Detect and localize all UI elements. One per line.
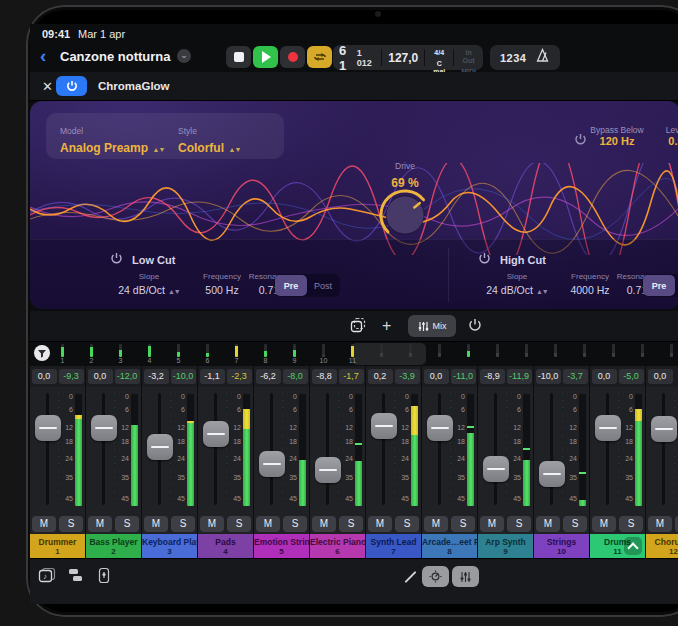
track-label[interactable]: Drummer 1 bbox=[30, 534, 85, 558]
solo-button[interactable]: S bbox=[283, 516, 307, 532]
drive-knob[interactable] bbox=[377, 187, 433, 247]
plugin-power-button[interactable] bbox=[56, 76, 87, 96]
fader-handle[interactable] bbox=[259, 451, 285, 477]
mute-button[interactable]: M bbox=[88, 516, 112, 532]
model-selector[interactable]: Model Analog Preamp ▲▼ bbox=[60, 120, 164, 156]
volume-value[interactable]: 0,2 bbox=[368, 369, 393, 384]
track-label[interactable]: Chorus V 12 bbox=[646, 534, 678, 558]
post-button[interactable]: Post bbox=[307, 275, 339, 296]
solo-button[interactable]: S bbox=[619, 516, 643, 532]
volume-value[interactable]: -3,2 bbox=[144, 369, 169, 384]
fader-handle[interactable] bbox=[91, 415, 117, 441]
cycle-button[interactable] bbox=[307, 46, 332, 68]
fader-track bbox=[494, 393, 497, 505]
mute-button[interactable]: M bbox=[312, 516, 336, 532]
peak-level-value: -12,0 bbox=[115, 369, 140, 384]
stop-button[interactable] bbox=[226, 46, 251, 68]
fader-handle[interactable] bbox=[483, 456, 509, 482]
fader-handle[interactable] bbox=[427, 415, 453, 441]
solo-button[interactable]: S bbox=[507, 516, 531, 532]
pencil-icon[interactable] bbox=[402, 569, 418, 585]
volume-value[interactable]: -6,2 bbox=[256, 369, 281, 384]
duplicate-icon[interactable] bbox=[350, 315, 366, 337]
drive-control[interactable]: Drive 69 % bbox=[369, 155, 441, 191]
volume-value[interactable]: -8,8 bbox=[312, 369, 337, 384]
track-label[interactable]: Synth Lead 7 bbox=[366, 534, 421, 558]
mute-button[interactable]: M bbox=[480, 516, 504, 532]
fader-handle[interactable] bbox=[203, 421, 229, 447]
chevron-up-icon[interactable] bbox=[624, 537, 642, 555]
song-title[interactable]: Canzone notturna bbox=[60, 49, 171, 64]
track-label[interactable]: Drums 11 bbox=[590, 534, 645, 558]
count-in-button[interactable]: 1234 bbox=[500, 52, 526, 64]
low-cut-slope[interactable]: Slope 24 dB/Oct ▲▼ bbox=[114, 272, 184, 296]
tracks-view-icon[interactable] bbox=[68, 567, 84, 586]
fader-track bbox=[214, 393, 217, 505]
mute-button[interactable]: M bbox=[424, 516, 448, 532]
track-label[interactable]: Strings 10 bbox=[534, 534, 589, 558]
mute-button[interactable]: M bbox=[648, 516, 672, 532]
fader-handle[interactable] bbox=[35, 415, 61, 441]
channel-strip-view-icon[interactable] bbox=[98, 567, 110, 587]
fader-handle[interactable] bbox=[147, 434, 173, 460]
pre-button[interactable]: Pre bbox=[275, 275, 307, 296]
solo-button[interactable]: S bbox=[563, 516, 587, 532]
low-cut-power-icon[interactable] bbox=[110, 252, 123, 267]
mute-button[interactable]: M bbox=[200, 516, 224, 532]
mixer-power-icon[interactable] bbox=[468, 315, 482, 337]
track-label[interactable]: Arcade…eet Pad 8 bbox=[422, 534, 477, 558]
play-button[interactable] bbox=[253, 46, 278, 68]
track-label[interactable]: Pads 4 bbox=[198, 534, 253, 558]
fader-handle[interactable] bbox=[539, 461, 565, 487]
lcd-display[interactable]: 6 1 1 012 127,0 4/4C maj In Out MIDI bbox=[333, 45, 483, 70]
track-label[interactable]: Bass Player 2 bbox=[86, 534, 141, 558]
close-icon[interactable]: ✕ bbox=[42, 79, 53, 94]
mute-button[interactable]: M bbox=[256, 516, 280, 532]
style-selector[interactable]: Style Colorful ▲▼ bbox=[178, 120, 240, 156]
fader-handle[interactable] bbox=[315, 457, 341, 483]
solo-button[interactable]: S bbox=[227, 516, 251, 532]
track-label[interactable]: Electric Piano 6 bbox=[310, 534, 365, 558]
solo-button[interactable]: S bbox=[339, 516, 363, 532]
mute-button[interactable]: M bbox=[144, 516, 168, 532]
browser-icon[interactable]: ♪ bbox=[38, 567, 56, 587]
mute-button[interactable]: M bbox=[32, 516, 56, 532]
metronome-icon[interactable] bbox=[535, 48, 550, 67]
back-chevron-icon[interactable]: ‹ bbox=[40, 44, 46, 68]
add-track-button[interactable]: + bbox=[382, 315, 391, 337]
mute-button[interactable]: M bbox=[368, 516, 392, 532]
mute-button[interactable]: M bbox=[592, 516, 616, 532]
high-cut-power-icon[interactable] bbox=[478, 252, 491, 267]
solo-button[interactable]: S bbox=[115, 516, 139, 532]
controls-view-button[interactable] bbox=[422, 566, 449, 587]
track-label[interactable]: Keyboard Player 3 bbox=[142, 534, 197, 558]
mix-view-button[interactable]: Mix bbox=[408, 315, 456, 337]
volume-value[interactable]: 0,0 bbox=[648, 369, 673, 384]
solo-button[interactable]: S bbox=[451, 516, 475, 532]
mute-button[interactable]: M bbox=[536, 516, 560, 532]
record-button[interactable] bbox=[280, 46, 305, 68]
fader-handle[interactable] bbox=[595, 415, 621, 441]
volume-value[interactable]: -8,9 bbox=[480, 369, 505, 384]
volume-value[interactable]: -1,1 bbox=[200, 369, 225, 384]
solo-button[interactable]: S bbox=[59, 516, 83, 532]
volume-value[interactable]: 0,0 bbox=[424, 369, 449, 384]
volume-value[interactable]: 0,0 bbox=[32, 369, 57, 384]
solo-button[interactable]: S bbox=[171, 516, 195, 532]
pre-button[interactable]: Pre bbox=[643, 275, 675, 296]
volume-value[interactable]: 0,0 bbox=[88, 369, 113, 384]
track-label[interactable]: Arp Synth 9 bbox=[478, 534, 533, 558]
level-control[interactable]: Level 0.0 bbox=[656, 125, 678, 147]
track-label[interactable]: Emotion Strings 5 bbox=[254, 534, 309, 558]
track-overview-strip[interactable]: 1234567891011 bbox=[30, 342, 678, 366]
volume-value[interactable]: -10,0 bbox=[536, 369, 561, 384]
solo-button[interactable]: S bbox=[395, 516, 419, 532]
high-cut-slope[interactable]: Slope 24 dB/Oct ▲▼ bbox=[482, 272, 552, 296]
fader-handle[interactable] bbox=[651, 416, 677, 442]
overview-meter: 11 bbox=[338, 342, 367, 366]
chevron-down-icon[interactable]: ⌄ bbox=[177, 49, 191, 63]
fader-handle[interactable] bbox=[371, 413, 397, 439]
volume-value[interactable]: 0,0 bbox=[592, 369, 617, 384]
faders-view-button[interactable] bbox=[452, 566, 479, 587]
bypass-below-control[interactable]: Bypass Below 120 Hz bbox=[586, 125, 648, 147]
